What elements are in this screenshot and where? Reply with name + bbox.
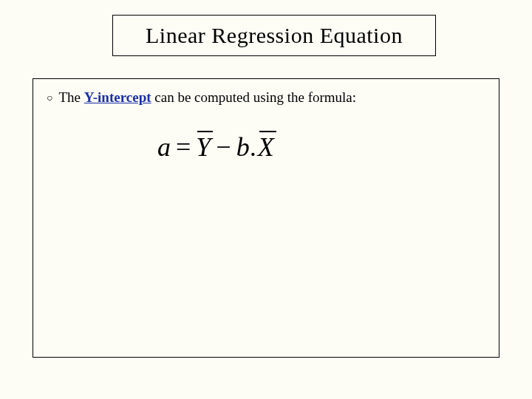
- formula: a=Y−b.X: [157, 132, 275, 162]
- equals-sign: =: [171, 132, 196, 162]
- slide-title: Linear Regression Equation: [146, 23, 403, 48]
- bullet-prefix: The: [58, 89, 83, 105]
- bullet-suffix: can be computed using the formula:: [151, 89, 357, 105]
- dot-operator: .: [250, 132, 258, 162]
- var-X-bar: X: [258, 132, 275, 163]
- formula-region: a=Y−b.X: [157, 132, 485, 163]
- minus-sign: −: [211, 132, 236, 162]
- bullet-text: The Y-intercept can be computed using th…: [58, 89, 356, 106]
- content-box: ○ The Y-intercept can be computed using …: [33, 78, 499, 358]
- var-a: a: [157, 132, 171, 162]
- slide: Linear Regression Equation ○ The Y-inter…: [0, 0, 532, 399]
- bullet-item: ○ The Y-intercept can be computed using …: [47, 89, 485, 106]
- var-b: b: [236, 132, 250, 162]
- var-Y-bar: Y: [196, 132, 211, 163]
- y-intercept-term: Y-intercept: [84, 89, 151, 105]
- bullet-marker: ○: [47, 92, 52, 105]
- title-box: Linear Regression Equation: [112, 15, 436, 56]
